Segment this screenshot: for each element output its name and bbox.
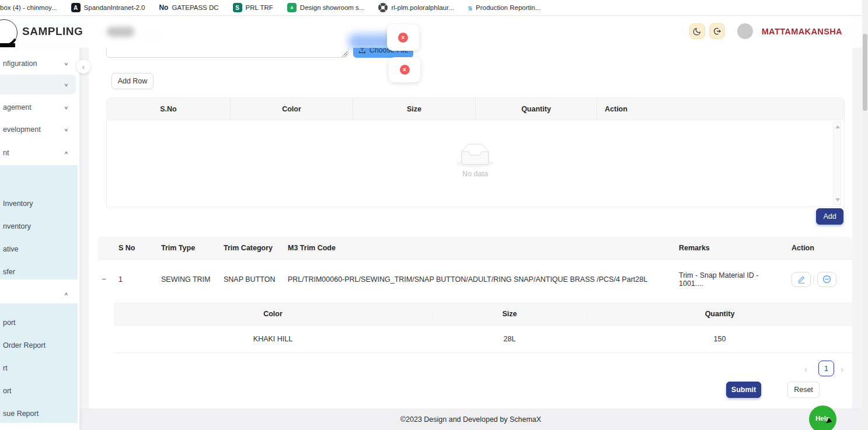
column-header-sno: S No — [114, 244, 155, 252]
pagination-page-1[interactable]: 1 — [818, 361, 834, 376]
bookmark-rl-plm[interactable]: rl-plm.poloralphlaur... — [378, 3, 454, 12]
cell-m3-trim-code: PRL/TRIM00060-PRL/SEWING_TRIM/SNAP BUTTO… — [282, 275, 668, 284]
sidebar-item-label: nfiguration — [3, 60, 37, 68]
sidebar-item-reports-section[interactable]: ∧ — [0, 285, 76, 302]
column-header-size: Size — [432, 310, 587, 318]
sharepoint-icon: S — [233, 3, 242, 12]
bookmark-label: box (4) - chinmoy... — [0, 4, 57, 11]
bookmark-label: GATEPASS DC — [172, 4, 218, 11]
chevron-up-icon: ∧ — [64, 151, 68, 155]
sidebar-subitem-order-report[interactable]: Order Report — [0, 334, 78, 356]
bookmark-label: SpandanIntranet-2.0 — [84, 4, 145, 11]
bookmark-gatepass-dc[interactable]: No GATEPASS DC — [159, 3, 218, 12]
sidebar-item-configuration[interactable]: nfiguration ∨ — [0, 54, 76, 73]
empty-box-icon — [456, 144, 494, 167]
cell-color: KHAKI HILL — [114, 335, 432, 343]
trim-table-header: S No Trim Type Trim Category M3 Trim Cod… — [97, 236, 852, 260]
sidebar-subitem-report-3[interactable]: ort — [0, 379, 78, 402]
sidebar-subitem-transfer[interactable]: sfer — [0, 260, 78, 283]
sidebar-subitem-report-1[interactable]: port — [0, 311, 78, 334]
sidebar-subitem-ative[interactable]: ative — [0, 237, 78, 260]
pagination-prev[interactable]: ‹ — [804, 364, 807, 374]
chevron-down-icon: ∨ — [64, 105, 68, 110]
sidebar-item-label: evelopment — [3, 125, 41, 134]
bookmark-spandan-intranet[interactable]: A SpandanIntranet-2.0 — [71, 3, 145, 12]
scroll-down-arrow-icon[interactable] — [835, 198, 840, 201]
bookmark-design-showroom[interactable]: + Design showroom s... — [287, 3, 365, 12]
moon-icon — [693, 27, 702, 36]
bookmark-production-reporting[interactable]: s Production Reportin... — [468, 3, 541, 12]
notion-icon: No — [159, 3, 168, 12]
sidebar-item-label: agement — [3, 103, 32, 111]
size-table-body: No data — [106, 120, 845, 207]
submit-button[interactable]: Submit — [726, 382, 761, 398]
sidebar-item-label: nt — [3, 149, 9, 157]
wheel-icon — [378, 3, 388, 12]
sidebar-collapse-button[interactable]: ‹ — [76, 60, 90, 74]
file-preview-card: × — [389, 57, 420, 82]
reset-button[interactable]: Reset — [787, 382, 820, 398]
trim-table: S No Trim Type Trim Category M3 Trim Cod… — [97, 236, 852, 353]
app-logo-mark — [0, 43, 15, 47]
cell-remarks: Trim - Snap Material ID - 1001.... — [668, 271, 784, 288]
column-header-trim-category: Trim Category — [218, 244, 282, 252]
collapse-row-toggle[interactable]: − — [102, 275, 106, 284]
table-scrollbar[interactable] — [833, 122, 841, 205]
action-divider — [814, 275, 814, 284]
edit-row-button[interactable] — [792, 272, 811, 287]
sidebar-item-expanded-section[interactable]: nt ∧ — [0, 143, 76, 162]
scrollbar-thumb[interactable] — [863, 34, 867, 111]
add-button[interactable]: Add — [816, 208, 843, 225]
avatar[interactable] — [737, 23, 753, 39]
sidebar-item-management[interactable]: agement ∨ — [0, 98, 76, 117]
footer: ©2023 Design and Developed by SchemaX — [79, 408, 862, 430]
remove-file-button[interactable]: × — [400, 65, 410, 75]
logout-button[interactable] — [709, 23, 725, 39]
column-header-remarks: Remarks — [668, 244, 784, 252]
app-header: SAMPLING MATTAMAKANSHA — [0, 16, 862, 48]
sidebar-submenu-reports: port Order Report rt ort sue Report — [0, 303, 78, 423]
sidebar-item-development[interactable]: evelopment ∨ — [0, 120, 76, 139]
sidebar-subitem-report-2[interactable]: rt — [0, 356, 78, 379]
column-header-color: Color — [114, 310, 432, 318]
scroll-up-arrow-icon[interactable] — [835, 125, 840, 128]
page-scrollbar[interactable] — [862, 0, 868, 430]
empty-state: No data — [452, 144, 499, 178]
sidebar-item-blurred[interactable]: ∨ — [0, 75, 76, 95]
bookmarks-bar: box (4) - chinmoy... A SpandanIntranet-2… — [0, 0, 868, 16]
add-row-button[interactable]: Add Row — [111, 73, 154, 89]
column-header-action: Action — [784, 244, 852, 252]
remove-row-button[interactable] — [817, 272, 836, 287]
chevron-up-icon: ∧ — [64, 291, 68, 296]
column-header-sno: S.No — [107, 98, 231, 120]
column-header-action: Action — [597, 98, 844, 120]
sidebar-subitem-inventory[interactable]: Inventory — [0, 192, 78, 215]
history-button[interactable] — [689, 23, 705, 39]
browser-viewport: box (4) - chinmoy... A SpandanIntranet-2… — [0, 0, 868, 430]
bookmark-prl-trf[interactable]: S PRL TRF — [233, 3, 273, 12]
cell-trim-category: SNAP BUTTON — [218, 275, 282, 284]
bookmark-label: Production Reportin... — [476, 4, 541, 11]
remove-file-button[interactable]: × — [398, 33, 408, 43]
angular-icon: A — [71, 3, 81, 12]
cell-trim-type: SEWING TRIM — [155, 275, 218, 284]
bookmark-inbox[interactable]: box (4) - chinmoy... — [0, 4, 57, 11]
cell-action — [784, 272, 852, 287]
column-header-quantity: Quantity — [587, 310, 852, 318]
main-content-card: Choose File Add Row S.No Color Size Quan… — [89, 16, 852, 410]
sidebar: nfiguration ∨ ∨ agement ∨ evelopment ∨ n… — [0, 48, 79, 430]
help-button[interactable]: Help — [809, 405, 836, 430]
bookmark-label: Design showroom s... — [300, 4, 365, 11]
sidebar-subitem-inventory-2[interactable]: nventory — [0, 215, 78, 237]
blurred-label — [107, 27, 134, 37]
subtable-row: KHAKI HILL 28L 150 — [114, 326, 852, 353]
sidebar-subitem-issue-report[interactable]: sue Report — [0, 402, 78, 425]
bookmark-label: rl-plm.poloralphlaur... — [391, 4, 454, 11]
chevron-down-icon: ∨ — [64, 61, 68, 66]
page-title: SAMPLING — [22, 25, 83, 38]
chevron-down-icon: ∨ — [64, 127, 68, 132]
column-header-size: Size — [353, 98, 476, 120]
pagination-next[interactable]: › — [841, 364, 843, 374]
app-logo — [0, 19, 18, 46]
chevron-down-icon: ∨ — [64, 82, 68, 87]
